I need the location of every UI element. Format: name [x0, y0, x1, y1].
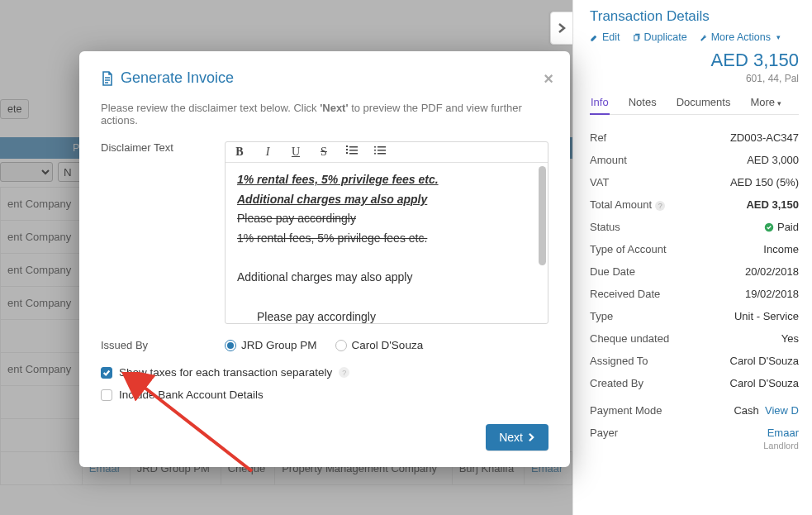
- vat-label: VAT: [590, 176, 609, 188]
- unordered-list-button[interactable]: [373, 145, 387, 159]
- assignedto-label: Assigned To: [590, 355, 648, 367]
- svg-point-2: [374, 150, 376, 151]
- duplicate-icon: [632, 33, 641, 42]
- tab-documents[interactable]: Documents: [676, 96, 732, 114]
- radio-icon: [225, 340, 236, 351]
- payer-label: Payer: [590, 427, 618, 439]
- editor-content[interactable]: 1% rental fees, 5% privilege fees etc. A…: [226, 163, 548, 323]
- scrollbar[interactable]: [539, 166, 546, 265]
- duedate-value: 20/02/2018: [745, 265, 799, 278]
- edit-action[interactable]: Edit: [590, 31, 620, 43]
- next-button[interactable]: Next: [486, 424, 548, 451]
- caret-down-icon: ▾: [777, 99, 781, 107]
- help-icon[interactable]: ?: [339, 367, 349, 378]
- editor-toolbar: B I U S: [226, 142, 548, 163]
- ref-value: ZD003-AC347: [730, 131, 799, 144]
- amount-value: AED 3,000: [747, 154, 799, 166]
- svg-point-3: [374, 153, 376, 155]
- transaction-details-panel: Transaction Details Edit Duplicate More …: [572, 0, 812, 515]
- panel-title: Transaction Details: [590, 8, 799, 25]
- detail-tabs: Info Notes Documents More▾: [590, 96, 799, 115]
- radio-icon: [335, 340, 347, 351]
- total-amount-label: Total Amount?: [590, 198, 665, 211]
- italic-button[interactable]: I: [260, 145, 275, 159]
- createdby-value: Carol D'Souza: [730, 377, 799, 389]
- more-actions[interactable]: More Actions▾: [699, 31, 781, 43]
- issued-by-label: Issued By: [101, 339, 225, 351]
- collapse-panel-button[interactable]: [550, 12, 573, 45]
- strike-button[interactable]: S: [316, 145, 331, 159]
- chevron-right-icon: [528, 432, 535, 442]
- modal-title: Generate Invoice: [101, 69, 548, 87]
- payer-link[interactable]: Emaar: [767, 427, 799, 439]
- chevron-down-icon: ▾: [776, 33, 781, 41]
- status-label: Status: [590, 221, 620, 233]
- assignedto-value: Carol D'Souza: [730, 355, 799, 367]
- duplicate-action[interactable]: Duplicate: [632, 31, 687, 43]
- receiveddate-label: Received Date: [590, 288, 660, 300]
- payer-value: Emaar: [767, 427, 799, 439]
- edit-icon: [590, 33, 599, 42]
- svg-point-1: [374, 146, 376, 148]
- help-icon[interactable]: ?: [655, 201, 665, 211]
- amount-summary: AED 3,150 601, 44, Pal: [590, 50, 799, 84]
- vat-value: AED 150 (5%): [730, 176, 799, 188]
- typeofaccount-label: Type of Account: [590, 243, 667, 255]
- paymentmode-value: Cash View D: [734, 404, 799, 417]
- type-label: Type: [590, 310, 613, 322]
- issued-by-option-person[interactable]: Carol D'Souza: [335, 339, 424, 351]
- document-icon: [101, 71, 114, 86]
- disclaimer-label: Disclaimer Text: [101, 141, 225, 324]
- bold-button[interactable]: B: [232, 145, 247, 159]
- typeofaccount-value: Income: [763, 243, 799, 255]
- disclaimer-editor[interactable]: B I U S 1% rental fees, 5% privilege fee…: [225, 141, 548, 324]
- detail-list: RefZD003-AC347 AmountAED 3,000 VATAED 15…: [590, 126, 799, 451]
- generate-invoice-modal: Generate Invoice × Please review the dis…: [79, 51, 570, 467]
- status-value: Paid: [764, 221, 799, 233]
- check-circle-icon: [764, 222, 774, 232]
- checkbox-icon: [101, 367, 112, 379]
- wrench-icon: [699, 33, 708, 42]
- include-bank-label: Include Bank Account Details: [119, 389, 264, 401]
- modal-intro: Please review the disclaimer text below.…: [101, 102, 548, 126]
- view-payment-link[interactable]: View D: [765, 404, 799, 417]
- receiveddate-value: 19/02/2018: [745, 288, 799, 300]
- total-amount-value: AED 3,150: [746, 198, 799, 211]
- total-amount: AED 3,150: [590, 50, 799, 71]
- duedate-label: Due Date: [590, 265, 635, 278]
- tab-info[interactable]: Info: [590, 96, 610, 115]
- panel-actions: Edit Duplicate More Actions▾: [590, 31, 799, 43]
- chevron-right-icon: [556, 22, 567, 34]
- ordered-list-button[interactable]: [344, 145, 359, 159]
- payer-role: Landlord: [590, 441, 799, 451]
- tab-more[interactable]: More▾: [749, 96, 782, 114]
- amount-subtitle: 601, 44, Pal: [590, 73, 799, 84]
- ref-label: Ref: [590, 131, 606, 144]
- cheque-label: Cheque undated: [590, 332, 669, 345]
- checkbox-icon: [101, 389, 112, 401]
- include-bank-checkbox-row[interactable]: Include Bank Account Details: [101, 389, 548, 401]
- close-icon[interactable]: ×: [544, 69, 553, 88]
- type-value[interactable]: Unit - Service: [734, 310, 799, 322]
- amount-label: Amount: [590, 154, 627, 166]
- show-taxes-label: Show taxes for each transaction separate…: [119, 366, 332, 379]
- show-taxes-checkbox-row[interactable]: Show taxes for each transaction separate…: [101, 366, 548, 379]
- underline-button[interactable]: U: [288, 145, 303, 159]
- cheque-value: Yes: [781, 332, 799, 345]
- paymentmode-label: Payment Mode: [590, 404, 662, 417]
- issued-by-option-company[interactable]: JRD Group PM: [225, 339, 317, 351]
- createdby-label: Created By: [590, 377, 643, 389]
- tab-notes[interactable]: Notes: [628, 96, 658, 114]
